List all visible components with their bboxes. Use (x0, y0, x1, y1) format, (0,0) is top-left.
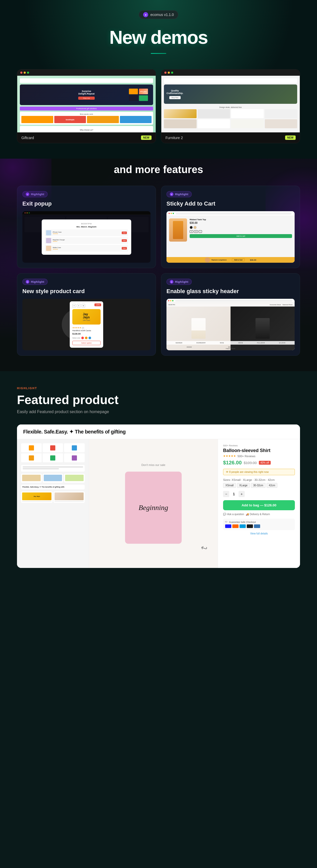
sticky-cart-nav (167, 211, 294, 216)
feature-card-sticky-cart: e Highlight Sticky Add to Cart (161, 186, 300, 268)
giftcard-mockup: SurpriseDelight.Repeat Shop now it's you… (17, 76, 156, 132)
brand-cbcn: CBCN (238, 342, 243, 344)
giftcard-footer: Giftcard NEW (17, 132, 156, 143)
select-option-button[interactable]: Select option (72, 341, 101, 345)
furniture2-new-badge: NEW (285, 135, 296, 140)
size-l: L (199, 230, 202, 233)
payment-mastercard (232, 524, 239, 528)
delivery-text: Delivery & Return (250, 513, 270, 516)
qty-decrease[interactable]: − (223, 491, 229, 497)
delivery-return-btn[interactable]: 🚚 Delivery & Return (246, 513, 270, 516)
urgency-icon: 👁 (226, 471, 229, 473)
size-tag-xs[interactable]: XSmall (223, 483, 236, 488)
quantity-row: − 1 + (223, 491, 295, 497)
sticky-cart-highlight-badge: e Highlight (167, 191, 192, 197)
furniture-item-3 (231, 109, 264, 118)
ecomus-logo-icon: e (143, 12, 148, 17)
popup-product-row-2: MagSafe Charger ★★★★☆ Add (45, 237, 129, 244)
browser-dot-yellow-f (168, 72, 170, 74)
e-logo-icon-4: e (170, 280, 173, 284)
ask-question-btn[interactable]: 💬 Ask a question (223, 513, 244, 516)
mini-color-1 (29, 445, 34, 451)
scn-dot1 (169, 213, 170, 214)
featured-reviews: ★★★★★ 500+ Reviews (223, 454, 295, 458)
mini-color-4 (29, 455, 34, 461)
exit-popup-badge-text: Highlight (31, 193, 44, 196)
sticky-bar-content: Neptune Longsleeve (205, 257, 227, 262)
sticky-bar-avatar (205, 257, 210, 262)
size-tag-30[interactable]: 30-32cm (251, 483, 266, 488)
gbn-dot3 (172, 300, 173, 301)
discount-badge: 40% off (259, 461, 271, 465)
glass-nav-link-2: Statement Pieces (283, 304, 292, 306)
product-category-label: 500+ Reviews (223, 444, 295, 447)
sm-card-line (22, 501, 51, 502)
glass-header-highlight-badge: e Highlight (167, 279, 192, 285)
product-card-highlight-badge: e Highlight (23, 279, 47, 285)
giftcard-screenshot: SurpriseDelight.Repeat Shop now it's you… (17, 76, 156, 132)
qty-increase[interactable]: + (239, 491, 245, 497)
add-to-cart-button[interactable]: Add to bag — $126.00 (223, 500, 295, 510)
highlight-description: Easily add Featured product section on h… (17, 409, 300, 414)
demos-grid: SurpriseDelight.Repeat Shop now it's you… (17, 69, 300, 143)
popup-add-btn-2[interactable]: Add (122, 239, 127, 242)
text-line-1 (23, 466, 83, 467)
sticky-add-btn[interactable]: Add to cart (190, 234, 292, 238)
card3-mini (129, 95, 138, 101)
left-mini-card-3 (64, 443, 85, 452)
popup-overlay: BOOKTPIA Mix. Match. MagSafe iPhone Case… (23, 211, 150, 263)
browser-chrome-giftcard (17, 69, 156, 76)
furniture-item-8 (265, 119, 297, 128)
sm-card-2 (54, 491, 85, 503)
sticky-atc-btn[interactable]: Add to Cart (232, 258, 245, 261)
size-tag-xl[interactable]: XLarge (237, 483, 250, 488)
giftcard-card-images: it's you (129, 89, 148, 101)
shield-icon: 🛡 (225, 521, 227, 523)
question-icon: 💬 (223, 513, 226, 516)
giftcard-name: Giftcard (21, 136, 34, 140)
e-logo-icon: e (26, 192, 29, 196)
sticky-cart-content: Ribbed Tank Top $30.00 S M L Add to cart (167, 216, 294, 244)
glass-nav-links: Accessories Deluxe Statement Pieces (270, 304, 292, 306)
payment-logos (225, 524, 293, 528)
view-full-details-link[interactable]: View full details (223, 532, 295, 535)
popup-add-btn-1[interactable]: Add (122, 231, 127, 234)
featured-product-preview: Flexible. Safe.Easy. ✦ The benefits of g… (17, 425, 300, 568)
popup-stars-3: ★★★★★ (53, 248, 120, 250)
gbn-dot1 (168, 300, 169, 301)
color-beige (193, 226, 197, 229)
feature-card-glass-header: e Highlight Enable glass sticky header B… (161, 273, 300, 356)
demo-card-furniture2[interactable]: QualityCraftsmanship. Shop Now Design de… (161, 69, 300, 143)
glass-header-title: Enable glass sticky header (167, 288, 294, 294)
exit-popup-mockup: BOOKTPIA Mix. Match. MagSafe iPhone Case… (23, 211, 150, 263)
guarantee-row-1: 🛡 Guarantee Safe Checkout (225, 521, 293, 523)
left-categories (21, 474, 85, 483)
glass-header-badge-text: Highlight (175, 280, 188, 283)
browser-dot-yellow (24, 72, 26, 74)
sticky-price: $30.00 (250, 259, 256, 261)
brand-nike: NIKE (220, 342, 224, 344)
brand-gildan: GILDAN (279, 342, 285, 344)
furniture-grid (164, 109, 297, 128)
sticky-bar: Neptune Longsleeve Add to Cart $30.00 (167, 257, 294, 263)
sticky-bar-label: Neptune Longsleeve (212, 259, 227, 261)
demo-card-giftcard[interactable]: SurpriseDelight.Repeat Shop now it's you… (17, 69, 156, 143)
featured-product-text: Beginning (138, 502, 168, 513)
happy-clients-label: Happy Clients (167, 348, 294, 349)
brand-subtitle: Gift Card (83, 319, 90, 321)
size-tag-42[interactable]: 42cm (267, 483, 277, 488)
hero-title: New demos (5, 27, 312, 48)
popular-card-4 (120, 116, 152, 123)
version-label: ecomus v1.1.0 (150, 12, 174, 17)
highlight-content: HIGHLIGHT Featured product Easily add Fe… (17, 386, 300, 568)
itsyou-card-mini: it's you (139, 89, 148, 94)
popup-product-row-3: Wallet Case ★★★★★ Add (45, 245, 129, 252)
popup-add-btn-3[interactable]: Add (122, 247, 127, 250)
mini-color-5 (50, 455, 55, 461)
product-stars: ★★★★★ (223, 454, 236, 458)
product-card-price: $138.00 (72, 333, 101, 335)
popup-subtitle: BOOKTPIA (45, 222, 129, 225)
guarantee-section: 🛡 Guarantee Safe Checkout (223, 519, 295, 530)
cat-img-2 (44, 475, 62, 481)
cat-img-1 (22, 475, 41, 481)
